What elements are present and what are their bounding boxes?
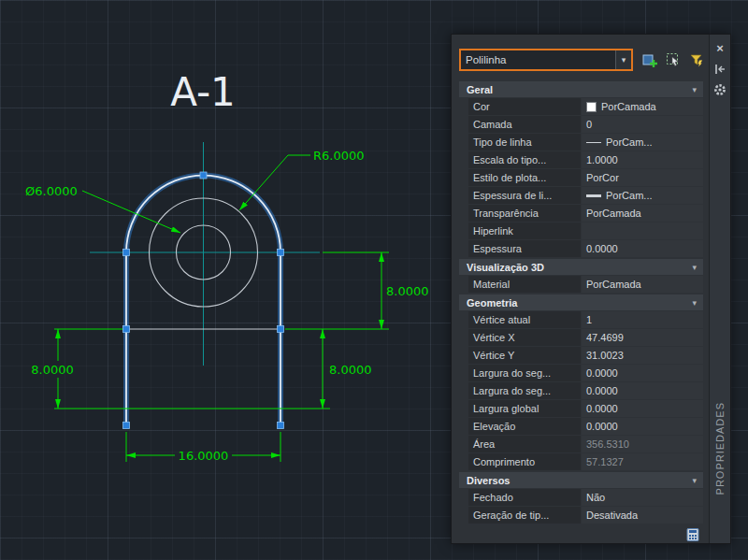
grip-mid-left[interactable] bbox=[123, 326, 130, 333]
chevron-down-icon: ▾ bbox=[692, 263, 697, 272]
property-label: Largura do seg... bbox=[468, 382, 581, 399]
property-row: FechadoNão bbox=[468, 489, 703, 506]
property-value[interactable]: PorCor bbox=[582, 169, 703, 186]
object-type-dropdown[interactable]: Polilinha ▾ bbox=[459, 49, 633, 71]
object-type-value: Polilinha bbox=[461, 50, 615, 69]
property-value[interactable]: 0.0000 bbox=[582, 400, 703, 417]
property-row: Largura do seg...0.0000 bbox=[468, 382, 703, 399]
palette-main: Polilinha ▾ bbox=[452, 35, 709, 543]
property-label: Comprimento bbox=[468, 453, 581, 470]
palette-title: PROPRIEDADES bbox=[714, 402, 726, 495]
property-value[interactable]: 0.0000 bbox=[582, 382, 703, 399]
property-label: Escala do tipo... bbox=[468, 151, 581, 168]
property-label: Largura do seg... bbox=[468, 365, 581, 381]
property-label: Área bbox=[468, 436, 581, 452]
property-row: Tipo de linhaPorCam... bbox=[468, 134, 703, 151]
chevron-down-icon: ▾ bbox=[692, 476, 697, 485]
property-row: CorPorCamada bbox=[468, 98, 703, 115]
property-row: Largura global0.0000 bbox=[468, 400, 703, 417]
property-value[interactable]: 356.5310 bbox=[582, 436, 703, 452]
property-label: Vértice atual bbox=[468, 311, 581, 328]
property-row: MaterialPorCamada bbox=[468, 276, 703, 293]
property-label: Elevação bbox=[468, 418, 581, 435]
property-value[interactable]: Desativada bbox=[582, 507, 703, 524]
grip-arc-left[interactable] bbox=[123, 250, 130, 256]
property-row: Vértice Y31.0023 bbox=[468, 347, 703, 364]
object-selector-row: Polilinha ▾ bbox=[452, 35, 709, 75]
property-row: Largura do seg...0.0000 bbox=[468, 365, 703, 381]
section-header[interactable]: Geral▾ bbox=[459, 81, 703, 97]
property-value[interactable]: PorCamada bbox=[582, 205, 703, 222]
property-value[interactable]: PorCam... bbox=[582, 187, 703, 204]
property-label: Material bbox=[468, 276, 581, 293]
color-swatch[interactable] bbox=[586, 102, 597, 112]
property-value[interactable]: PorCamada bbox=[582, 276, 703, 293]
property-value[interactable]: 0.0000 bbox=[582, 365, 703, 381]
property-label: Hiperlink bbox=[468, 223, 581, 239]
property-value[interactable]: 1 bbox=[582, 311, 703, 328]
section-label: Geral bbox=[467, 84, 493, 95]
grip-bottom-left[interactable] bbox=[123, 423, 130, 429]
property-label: Camada bbox=[468, 116, 581, 133]
property-grid: Geral▾CorPorCamadaCamada0Tipo de linhaPo… bbox=[452, 75, 709, 524]
property-row: Escala do tipo...1.0000 bbox=[468, 151, 703, 168]
dim-bottom-label: 16.0000 bbox=[179, 449, 229, 463]
property-label: Transparência bbox=[468, 205, 581, 222]
quick-select-button[interactable] bbox=[687, 50, 706, 69]
drawing-title: A-1 bbox=[170, 69, 236, 115]
grip-arc-right[interactable] bbox=[278, 250, 284, 256]
property-value[interactable]: 31.0023 bbox=[582, 347, 703, 364]
property-row: Espessura de li...PorCam... bbox=[468, 187, 703, 204]
property-row: Elevação0.0000 bbox=[468, 418, 703, 435]
property-label: Geração de tip... bbox=[468, 507, 581, 524]
pickadd-toggle-button[interactable] bbox=[640, 50, 659, 69]
property-value[interactable]: 0.0000 bbox=[582, 418, 703, 435]
property-row: Geração de tip...Desativada bbox=[468, 507, 703, 524]
grip-mid-right[interactable] bbox=[278, 326, 284, 333]
property-row: Vértice atual1 bbox=[468, 311, 703, 328]
property-value[interactable]: PorCam... bbox=[582, 134, 703, 151]
property-value[interactable]: 0 bbox=[582, 116, 703, 133]
property-row: Comprimento57.1327 bbox=[468, 453, 703, 470]
property-row: TransparênciaPorCamada bbox=[468, 205, 703, 222]
lineweight-preview-icon bbox=[586, 194, 601, 197]
section-label: Geometria bbox=[467, 297, 517, 309]
section-label: Diversos bbox=[467, 475, 510, 486]
property-value[interactable]: 57.1327 bbox=[582, 453, 703, 470]
select-objects-icon bbox=[665, 51, 682, 68]
section-header[interactable]: Diversos▾ bbox=[459, 472, 703, 488]
section-header[interactable]: Visualização 3D▾ bbox=[459, 259, 703, 275]
gear-icon[interactable] bbox=[712, 82, 727, 97]
property-label: Vértice Y bbox=[468, 347, 581, 364]
auto-hide-icon[interactable] bbox=[712, 62, 727, 77]
property-label: Tipo de linha bbox=[468, 134, 581, 151]
chevron-down-icon[interactable]: ▾ bbox=[615, 50, 631, 69]
property-value[interactable]: Não bbox=[582, 489, 703, 506]
chevron-down-icon: ▾ bbox=[692, 298, 697, 308]
linetype-preview-icon bbox=[586, 142, 601, 143]
dim-right-label: 8.0000 bbox=[386, 284, 429, 298]
property-label: Espessura bbox=[468, 240, 581, 257]
quick-select-icon bbox=[688, 51, 705, 68]
property-row: Camada0 bbox=[468, 116, 703, 133]
palette-titlebar[interactable]: × PROPRIEDADES bbox=[709, 35, 730, 543]
property-value[interactable]: 0.0000 bbox=[582, 240, 703, 257]
property-value[interactable]: PorCamada bbox=[582, 98, 703, 115]
dim-left-label: 8.0000 bbox=[31, 363, 74, 377]
close-icon[interactable]: × bbox=[712, 41, 727, 56]
grip-arc-top[interactable] bbox=[200, 172, 207, 179]
property-value[interactable]: 1.0000 bbox=[582, 151, 703, 168]
pickadd-toggle-icon bbox=[641, 51, 658, 68]
section-header[interactable]: Geometria▾ bbox=[459, 294, 703, 310]
property-label: Espessura de li... bbox=[468, 187, 581, 204]
property-value[interactable]: 47.4699 bbox=[582, 329, 703, 346]
property-row: Espessura0.0000 bbox=[468, 240, 703, 257]
calculator-icon[interactable] bbox=[685, 527, 700, 544]
select-objects-button[interactable] bbox=[664, 50, 683, 69]
properties-palette: Polilinha ▾ bbox=[451, 34, 731, 544]
section-label: Visualização 3D bbox=[467, 262, 544, 273]
chevron-down-icon: ▾ bbox=[692, 85, 697, 94]
property-row: Área356.5310 bbox=[468, 436, 703, 452]
property-value[interactable] bbox=[582, 223, 703, 239]
grip-bottom-right[interactable] bbox=[278, 423, 284, 429]
